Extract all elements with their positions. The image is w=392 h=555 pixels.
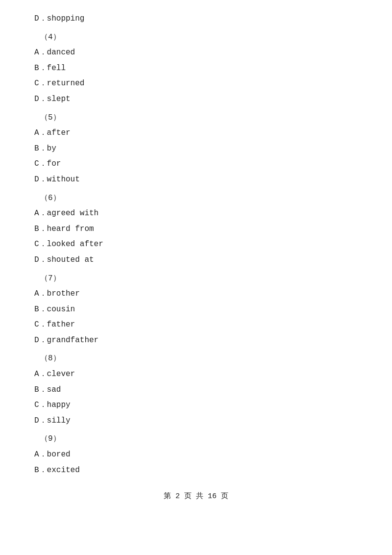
d-slept: D．slept [34, 93, 358, 106]
d-without: D．without [34, 174, 358, 186]
section-9: （9） [40, 433, 358, 446]
a-danced: A．danced [34, 47, 358, 59]
a-bored: A．bored [34, 449, 358, 461]
b-heard-from: B．heard from [34, 223, 358, 236]
d-silly: D．silly [34, 415, 358, 428]
b-excited: B．excited [34, 464, 358, 477]
a-brother: A．brother [34, 288, 358, 301]
d-shouted-at: D．shouted at [34, 254, 358, 267]
section-8: （8） [40, 353, 358, 365]
page-footer: 第 2 页 共 16 页 [34, 491, 358, 501]
c-happy: C．happy [34, 399, 358, 412]
c-looked-after: C．looked after [34, 238, 358, 251]
section-5: （5） [40, 112, 358, 125]
a-after: A．after [34, 127, 358, 140]
b-cousin: B．cousin [34, 303, 358, 316]
section-7: （7） [40, 273, 358, 285]
b-fell: B．fell [34, 62, 358, 75]
a-agreed-with: A．agreed with [34, 207, 358, 220]
c-father: C．father [34, 319, 358, 331]
b-sad: B．sad [34, 384, 358, 397]
c-returned: C．returned [34, 77, 358, 90]
c-for: C．for [34, 158, 358, 171]
section-4: （4） [40, 31, 358, 44]
d-shopping: D．shopping [34, 13, 358, 25]
b-by: B．by [34, 143, 358, 155]
d-grandfather: D．grandfather [34, 334, 358, 347]
section-6: （6） [40, 192, 358, 205]
a-clever: A．clever [34, 368, 358, 381]
